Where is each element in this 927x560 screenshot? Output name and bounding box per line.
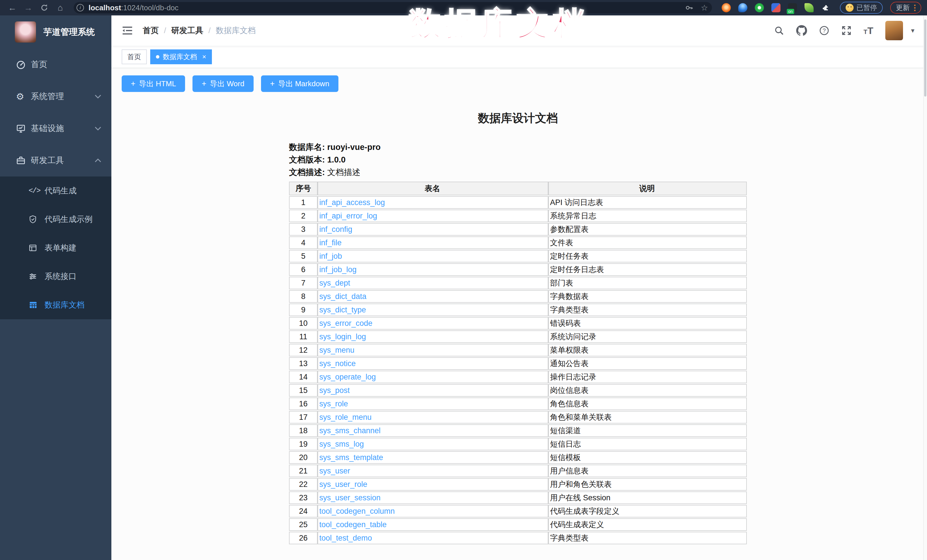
browser-forward-icon[interactable]: → [22,2,35,14]
update-chip[interactable]: 更新 [890,2,921,14]
tag-label: 首页 [128,52,141,61]
table-name-link[interactable]: sys_menu [319,346,354,354]
table-name-link[interactable]: sys_user_session [319,493,381,502]
sidebar-item-form-builder[interactable]: 表单构建 [0,234,111,262]
table-name-link[interactable]: sys_error_code [319,319,372,328]
breadcrumb-current: 数据库文档 [216,25,256,36]
sidebar-item-codegen[interactable]: </> 代码生成 [0,176,111,205]
ext-icon-blue-pin[interactable] [738,3,748,12]
table-name-link[interactable]: sys_dict_type [319,305,366,314]
table-name-link[interactable]: inf_config [319,225,353,234]
button-label: 导出 Word [210,79,245,89]
password-key-icon[interactable] [685,3,693,12]
bookmark-star-icon[interactable]: ☆ [701,3,708,12]
export-html-button[interactable]: + 导出 HTML [122,75,185,92]
row-number: 5 [289,250,318,263]
font-size-icon[interactable]: TT [863,25,873,36]
address-bar[interactable]: i localhost:1024/tool/db-doc ☆ [74,2,712,14]
ext-icon-green-check[interactable] [755,3,764,12]
form-icon [29,244,44,252]
search-icon[interactable] [774,26,784,36]
fullscreen-icon[interactable] [841,26,852,36]
table-name-link[interactable]: tool_test_demo [319,534,372,542]
sidebar-item-db-doc[interactable]: 数据库文档 [0,291,111,319]
profile-emoji-icon [846,4,854,12]
table-name-link[interactable]: inf_job_log [319,265,357,274]
ext-icon-green-leaf[interactable] [804,3,814,12]
table-name-link[interactable]: inf_api_access_log [319,198,385,207]
table-name-link[interactable]: inf_job [319,252,342,260]
row-number: 1 [289,196,318,209]
table-name-cell: sys_menu [318,344,548,357]
doc-meta: 数据库名: ruoyi-vue-pro 文档版本: 1.0.0 文档描述: 文档… [289,141,747,179]
table-name-link[interactable]: inf_file [319,238,342,247]
export-word-button[interactable]: + 导出 Word [193,75,253,92]
row-number: 3 [289,223,318,235]
table-name-link[interactable]: tool_codegen_column [319,507,395,516]
table-name-link[interactable]: sys_role_menu [319,413,372,422]
table-row: 20sys_sms_template短信模板 [289,451,747,464]
sidebar-item-api[interactable]: 系统接口 [0,262,111,291]
sidebar-item-codegen-demo[interactable]: 代码生成示例 [0,205,111,234]
table-name-link[interactable]: sys_sms_channel [319,426,381,435]
ext-icon-colorful-grid[interactable] [771,3,781,12]
table-row: 13sys_notice通知公告表 [289,357,747,370]
table-name-cell: inf_job_log [318,263,548,276]
table-row: 14sys_operate_log操作日志记录 [289,371,747,383]
sidebar-item-label: 数据库文档 [44,300,85,310]
user-avatar[interactable] [885,21,903,40]
export-markdown-button[interactable]: + 导出 Markdown [261,75,339,92]
on-badge: on [787,9,794,14]
sidebar-fold-icon[interactable] [122,26,133,35]
table-row: 18sys_sms_channel短信渠道 [289,424,747,437]
breadcrumb-separator: / [208,26,211,35]
table-name-link[interactable]: sys_user [319,467,350,475]
row-number: 10 [289,317,318,329]
table-name-link[interactable]: sys_operate_log [319,373,376,381]
close-icon[interactable]: × [202,53,206,61]
url-path: :1024/tool/db-doc [121,3,178,12]
table-name-cell: sys_notice [318,357,548,370]
profile-paused-pill[interactable]: 已暂停 [840,2,883,14]
puzzle-extensions-icon[interactable] [821,3,830,12]
table-name-link[interactable]: sys_sms_log [319,440,364,448]
table-name-cell: sys_user_role [318,478,548,490]
breadcrumb-devtools[interactable]: 研发工具 [171,25,203,36]
table-name-link[interactable]: sys_login_log [319,332,366,341]
help-icon[interactable]: ? [819,26,829,36]
browser-reload-icon[interactable] [38,2,51,14]
sidebar-item-system[interactable]: ⚙ 系统管理 [0,80,111,112]
site-info-icon[interactable]: i [76,4,84,11]
tag-db-doc[interactable]: 数据库文档 × [150,49,212,64]
caret-down-icon[interactable]: ▾ [911,27,915,35]
breadcrumb-home[interactable]: 首页 [143,25,159,36]
browser-menu-icon[interactable] [914,5,916,11]
app-logo-row[interactable]: 芋道管理系统 [0,15,111,49]
table-name-link[interactable]: sys_user_role [319,480,367,489]
table-name-link[interactable]: sys_sms_template [319,453,383,462]
sidebar-item-home[interactable]: 首页 [0,49,111,80]
row-number: 12 [289,344,318,357]
ext-icon-dark-on[interactable]: on [788,3,797,12]
sidebar-item-infra[interactable]: 基础设施 [0,112,111,144]
browser-home-icon[interactable]: ⌂ [54,2,67,14]
table-row: 1inf_api_access_logAPI 访问日志表 [289,196,747,209]
app-navbar: 首页 / 研发工具 / 数据库文档 [111,15,927,46]
table-name-link[interactable]: sys_post [319,386,350,395]
scrollbar-thumb[interactable] [924,20,926,97]
tag-home[interactable]: 首页 [122,49,147,64]
table-body: 1inf_api_access_logAPI 访问日志表2inf_api_err… [289,196,747,544]
ext-icon-orange[interactable] [722,3,731,12]
browser-back-icon[interactable]: ← [6,2,19,14]
github-icon[interactable] [796,25,807,36]
sidebar-item-devtools[interactable]: 研发工具 [0,144,111,176]
table-name-link[interactable]: tool_codegen_table [319,520,387,529]
table-name-link[interactable]: inf_api_error_log [319,212,377,220]
table-name-link[interactable]: sys_dept [319,279,350,287]
table-name-link[interactable]: sys_notice [319,359,356,368]
table-name-link[interactable]: sys_role [319,399,348,408]
table-name-link[interactable]: sys_dict_data [319,292,366,301]
table-row: 10sys_error_code错误码表 [289,317,747,329]
sidebar-item-label: 表单构建 [44,243,76,253]
page-scrollbar[interactable] [923,15,927,560]
